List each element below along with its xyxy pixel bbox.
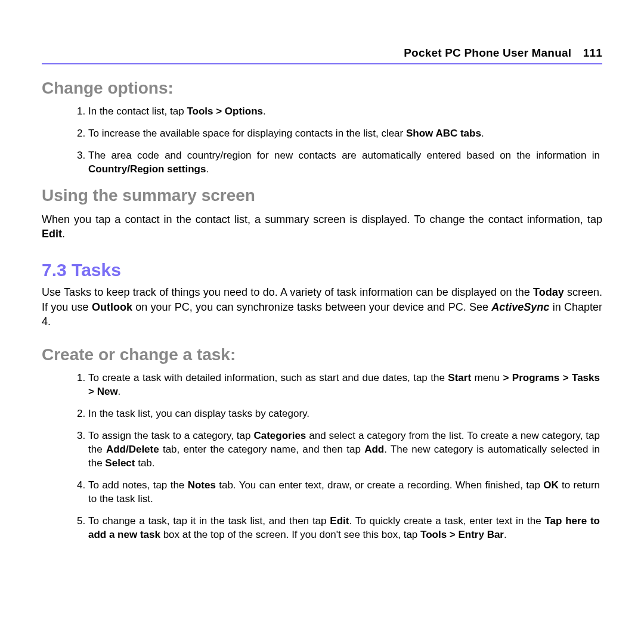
bold-text: Start — [448, 372, 471, 383]
bold-text: Add — [364, 444, 384, 455]
text: box at the top of the screen. If you don… — [160, 529, 420, 540]
text: To assign the task to a category, tap — [88, 430, 253, 441]
text: tab. — [135, 457, 154, 469]
bold-text: Select — [105, 457, 135, 469]
heading-change-options: Change options: — [42, 79, 602, 98]
summary-paragraph: When you tap a contact in the contact li… — [42, 212, 602, 242]
manual-title: Pocket PC Phone User Manual — [404, 47, 571, 59]
bold-italic-text: ActiveSync — [491, 301, 549, 313]
text: The area code and country/region for new… — [88, 150, 600, 161]
text: tab. You can enter text, draw, or create… — [216, 479, 543, 491]
bold-text: Edit — [42, 228, 62, 240]
heading-create-task: Create or change a task: — [42, 345, 602, 364]
bold-text: OK — [543, 479, 559, 491]
text: To increase the available space for disp… — [88, 128, 406, 139]
bold-text: Today — [533, 286, 564, 298]
bold-text: Show ABC tabs — [406, 128, 481, 139]
text: . — [504, 529, 507, 540]
text: menu — [471, 372, 503, 383]
text: . — [62, 228, 65, 240]
bold-text: Country/Region settings — [88, 163, 206, 175]
text: . — [118, 386, 121, 397]
text: Use Tasks to keep track of things you ne… — [42, 286, 533, 298]
tasks-paragraph: Use Tasks to keep track of things you ne… — [42, 285, 602, 329]
page-number: 111 — [583, 47, 602, 59]
page-header: Pocket PC Phone User Manual 111 — [42, 47, 602, 64]
text: on your PC, you can synchronize tasks be… — [132, 301, 491, 313]
text: tab, enter the category name, and then t… — [159, 444, 364, 455]
text: To create a task with detailed informati… — [88, 372, 448, 383]
list-item: To add notes, tap the Notes tab. You can… — [88, 479, 602, 506]
text: . — [206, 163, 209, 175]
list-item: In the task list, you can display tasks … — [88, 407, 602, 421]
text: In the task list, you can display tasks … — [88, 408, 309, 419]
change-options-list: In the contact list, tap Tools > Options… — [60, 105, 602, 177]
bold-text: Add/Delete — [106, 444, 159, 455]
text: . — [263, 106, 266, 117]
text: . To quickly create a task, enter text i… — [349, 515, 544, 527]
text: . — [481, 128, 484, 139]
page-container: Pocket PC Phone User Manual 111 Change o… — [0, 0, 644, 542]
bold-text: Tools > Options — [187, 106, 263, 117]
text: In the contact list, tap — [88, 106, 187, 117]
bold-text: Edit — [330, 515, 349, 527]
list-item: To increase the available space for disp… — [88, 127, 602, 141]
text: To add notes, tap the — [88, 479, 188, 491]
create-task-list: To create a task with detailed informati… — [60, 371, 602, 541]
list-item: To assign the task to a category, tap Ca… — [88, 429, 602, 470]
list-item: The area code and country/region for new… — [88, 149, 602, 177]
bold-text: Notes — [188, 479, 216, 491]
bold-text: Outlook — [92, 301, 132, 313]
heading-tasks: 7.3 Tasks — [42, 260, 602, 280]
list-item: To create a task with detailed informati… — [88, 371, 602, 399]
bold-text: Tools > Entry Bar — [420, 529, 504, 540]
heading-summary-screen: Using the summary screen — [42, 186, 602, 205]
text: When you tap a contact in the contact li… — [42, 213, 602, 225]
list-item: In the contact list, tap Tools > Options… — [88, 105, 602, 119]
text: To change a task, tap it in the task lis… — [88, 515, 330, 527]
list-item: To change a task, tap it in the task lis… — [88, 515, 602, 542]
bold-text: Categories — [253, 430, 306, 441]
